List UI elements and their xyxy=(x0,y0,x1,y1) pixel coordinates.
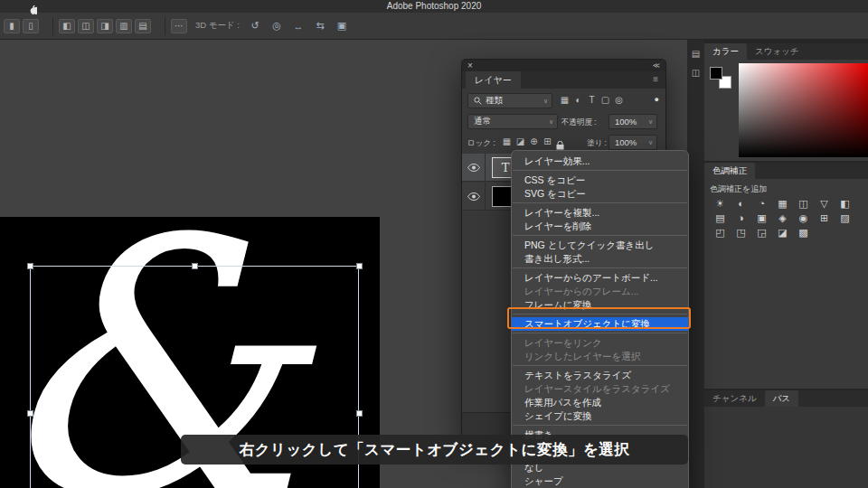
dock-panel-icon[interactable]: ◫ xyxy=(687,68,704,78)
tab-paths[interactable]: パス xyxy=(765,390,798,407)
adjustment-icon[interactable]: ⊞ xyxy=(814,211,835,225)
lock-icon[interactable]: ⊞ xyxy=(541,136,554,146)
context-menu-item[interactable]: SVG をコピー xyxy=(512,187,688,201)
adjustments-panel: 色調補正 色調補正を追加 ☀◐◔▦◫▽◧▤◑▣◈◉⊞▨◰◳◲◪▩ xyxy=(704,163,868,389)
layer-filter-icon[interactable]: ◎ xyxy=(612,95,626,105)
3d-mode-icon[interactable]: ↔ xyxy=(290,19,307,33)
foreground-color-swatch[interactable] xyxy=(710,67,722,80)
adjustment-icon[interactable]: ◧ xyxy=(835,196,855,211)
opacity-label: 不透明度 : xyxy=(561,117,597,128)
context-menu-item: レイヤーをリンク xyxy=(512,336,688,350)
layer-visibility-eye-icon[interactable] xyxy=(462,183,486,211)
transform-handle-top-right[interactable] xyxy=(356,263,363,269)
adjustment-icon[interactable]: ◪ xyxy=(772,225,793,239)
layer-visibility-eye-icon[interactable] xyxy=(462,154,486,182)
adjustment-icon[interactable]: ◰ xyxy=(710,225,731,239)
adjustment-icon[interactable]: ◑ xyxy=(731,211,751,225)
transform-handle-middle-left[interactable] xyxy=(27,410,33,417)
distribute-icon[interactable]: ◫ xyxy=(78,19,94,33)
toolbar-separator xyxy=(52,17,53,35)
tab-adjustments[interactable]: 色調補正 xyxy=(704,163,755,179)
color-panel-body xyxy=(704,60,868,161)
right-panel-dock: ▤ ◫ ≪ カラー スウォッチ 色調補正 色調補正を追加 ☀◐◔▦◫▽◧▤◑▣◈… xyxy=(687,13,868,488)
filter-toggle-icon[interactable]: ● xyxy=(655,95,659,104)
distribute-icon-group: ◧◫◨▥▤ xyxy=(59,19,154,33)
context-menu-item: レイヤーからのフレーム... xyxy=(512,285,688,298)
adjustment-icon[interactable]: ◉ xyxy=(793,211,814,225)
panel-icon-strip: ▤ ◫ xyxy=(687,13,704,488)
fill-value: 100% xyxy=(615,137,637,147)
3d-mode-icon[interactable]: ◎ xyxy=(269,19,285,33)
lock-icon[interactable]: ◪ xyxy=(514,136,527,146)
overflow-menu-icon[interactable]: ⋯ xyxy=(171,19,187,33)
transform-handle-top-center[interactable] xyxy=(192,263,198,269)
filter-type-label: 種類 xyxy=(486,95,503,107)
adjustment-icon[interactable]: ▤ xyxy=(710,211,731,225)
opacity-field[interactable]: 100% ∨ xyxy=(609,114,657,129)
context-menu-item[interactable]: シェイプに変換 xyxy=(512,409,688,423)
panel-menu-icon[interactable]: ≡ xyxy=(653,74,658,84)
layer-filter-dropdown[interactable]: 種類 ∨ xyxy=(467,93,552,108)
context-menu-item[interactable]: レイヤーからのアートボード... xyxy=(512,271,688,285)
context-menu-item[interactable]: レイヤーを複製... xyxy=(512,206,688,220)
adjustment-icon[interactable]: ◈ xyxy=(772,211,793,225)
paths-tabbar: チャンネル パス xyxy=(704,390,868,407)
adjustment-icon[interactable]: ▦ xyxy=(772,196,793,211)
transform-handle-middle-right[interactable] xyxy=(356,410,363,417)
context-menu-item[interactable]: PNG としてクイック書き出し xyxy=(512,239,688,252)
3d-mode-icon-group: ↺◎↔⇆▣ xyxy=(247,19,355,33)
adjustment-icon-grid: ☀◐◔▦◫▽◧▤◑▣◈◉⊞▨◰◳◲◪▩ xyxy=(710,196,863,239)
lock-icon[interactable]: ▦ xyxy=(500,136,514,146)
tab-layers[interactable]: レイヤー xyxy=(466,71,521,89)
context-menu-item[interactable]: レイヤーを削除 xyxy=(512,220,688,233)
adjustment-icon[interactable]: ▽ xyxy=(814,196,835,211)
adjustment-icon[interactable]: ▨ xyxy=(835,211,855,225)
layer-filter-icon[interactable]: ▦ xyxy=(558,95,571,105)
context-menu-item[interactable]: 書き出し形式... xyxy=(512,252,688,266)
3d-mode-icon[interactable]: ▣ xyxy=(334,19,350,33)
adjustment-icon[interactable]: ◳ xyxy=(731,225,751,239)
align-icon[interactable]: ▮ xyxy=(4,19,20,33)
tab-swatches[interactable]: スウォッチ xyxy=(747,43,807,60)
adjustment-icon[interactable]: ◔ xyxy=(751,196,772,211)
saturation-brightness-picker[interactable] xyxy=(739,63,868,157)
collapse-panel-icon[interactable]: ≪ xyxy=(653,60,660,71)
opacity-value: 100% xyxy=(615,117,637,127)
adjustment-icon[interactable]: ◫ xyxy=(793,196,814,211)
layer-filter-icon[interactable]: T xyxy=(585,95,599,105)
context-menu-item[interactable]: CSS をコピー xyxy=(512,174,688,187)
adjustment-icon[interactable]: ▣ xyxy=(751,211,772,225)
context-menu-item[interactable]: シャープ xyxy=(512,474,688,488)
tab-channels[interactable]: チャンネル xyxy=(704,390,765,407)
blend-mode-value: 通常 xyxy=(474,116,491,127)
transform-handle-top-left[interactable] xyxy=(27,263,33,269)
distribute-icon[interactable]: ◧ xyxy=(59,19,75,33)
tab-color[interactable]: カラー xyxy=(704,43,747,60)
distribute-icon[interactable]: ◨ xyxy=(97,19,113,33)
fill-label: 塗り : xyxy=(587,138,607,149)
photoshop-window: Adobe Photoshop 2020 ▮▯ ◧◫◨▥▤ ⋯ 3D モード :… xyxy=(0,0,868,488)
context-menu-item: リンクしたレイヤーを選択 xyxy=(512,350,688,363)
lock-icon[interactable]: ⊕ xyxy=(527,136,541,146)
fill-field[interactable]: 100% ∨ xyxy=(609,135,657,150)
dock-panel-icon[interactable]: ▤ xyxy=(687,49,704,59)
3d-mode-icon[interactable]: ⇆ xyxy=(312,19,328,33)
align-icon[interactable]: ▯ xyxy=(23,19,39,33)
align-icon-group: ▮▯ xyxy=(4,19,42,33)
distribute-icon[interactable]: ▤ xyxy=(135,19,151,33)
adjustment-icon[interactable]: ◲ xyxy=(751,225,772,239)
context-menu-item[interactable]: レイヤー効果... xyxy=(512,155,688,168)
layer-filter-icon[interactable]: ▢ xyxy=(599,95,612,105)
layer-filter-icon[interactable]: ◐ xyxy=(571,95,585,105)
filter-icon-group: ▦◐T▢◎ xyxy=(558,95,626,105)
adjustment-icon[interactable]: ▩ xyxy=(793,225,814,239)
adjustment-icon[interactable]: ☀ xyxy=(710,196,731,211)
close-panel-icon[interactable]: × xyxy=(467,60,473,71)
distribute-icon[interactable]: ▥ xyxy=(116,19,132,33)
context-menu-item[interactable]: 作業用パスを作成 xyxy=(512,396,688,409)
adjustment-icon[interactable]: ◐ xyxy=(731,196,751,211)
app-title: Adobe Photoshop 2020 xyxy=(0,0,868,13)
blend-mode-dropdown[interactable]: 通常 ∨ xyxy=(467,114,558,129)
context-menu-item[interactable]: テキストをラスタライズ xyxy=(512,369,688,382)
3d-mode-icon[interactable]: ↺ xyxy=(247,19,263,33)
